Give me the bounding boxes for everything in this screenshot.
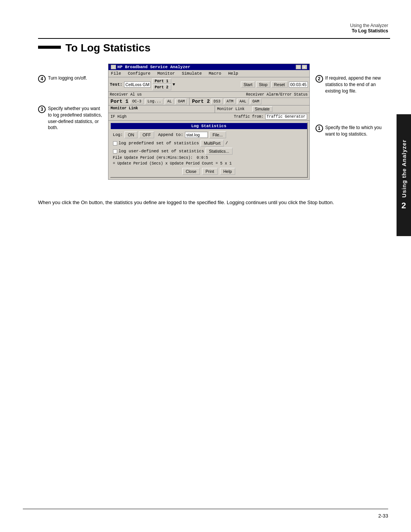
log-dialog-body: Log: ON OFF Append to: File... log prede… bbox=[111, 129, 307, 177]
print-button[interactable]: Print bbox=[202, 168, 218, 175]
log-on-button[interactable]: ON bbox=[124, 131, 138, 138]
main-content: To Log Statistics 4 Turn logging on/off.… bbox=[38, 38, 390, 207]
start-button[interactable]: Start bbox=[241, 81, 255, 88]
app-titlebar: - HP Broadband Service Analyzer □ × bbox=[108, 64, 309, 70]
port2-aal-tab[interactable]: AAL bbox=[237, 99, 249, 104]
file-update-label: File Update Period (Hrs:Mins:Secs): bbox=[113, 156, 193, 160]
callout-4-text: Turn logging on/off. bbox=[48, 75, 87, 81]
body-text-section: When you click the On button, the statis… bbox=[38, 199, 335, 207]
update-period-row: = Update Period (Secs) x Update Period C… bbox=[113, 161, 305, 166]
multiport-button[interactable]: MultiPort bbox=[201, 140, 224, 147]
title-accent-bar bbox=[38, 46, 61, 49]
traffic-label: Traffic from: bbox=[234, 115, 264, 119]
monitor-link-row: Monitor Link Monitor Link Simulate bbox=[108, 105, 309, 113]
stop-button[interactable]: Stop bbox=[256, 81, 270, 88]
callout-2-circle: 2 bbox=[315, 75, 323, 83]
traffic-row: IF High Traffic from: Traffic Generator bbox=[108, 113, 309, 121]
top-border bbox=[38, 38, 390, 39]
port2-oam-tab[interactable]: OAM bbox=[250, 99, 261, 104]
page-title: To Log Statistics bbox=[65, 42, 151, 54]
page-number: 2-33 bbox=[378, 513, 388, 519]
port2-ds3-tab[interactable]: DS3 bbox=[211, 99, 223, 104]
traffic-dropdown[interactable]: Traffic Generator bbox=[265, 114, 307, 120]
append-label: Append to: bbox=[158, 133, 183, 137]
port1-name: Port 1 bbox=[111, 99, 129, 104]
win-minimize-icon[interactable]: - bbox=[111, 65, 116, 69]
footer-line bbox=[23, 509, 388, 509]
win-close-btn[interactable]: × bbox=[302, 65, 307, 69]
user-defined-checkbox[interactable] bbox=[113, 149, 117, 153]
statistics-button[interactable]: Statistics... bbox=[206, 148, 233, 155]
us-label: us bbox=[137, 93, 142, 97]
right-callouts-column: 2 If required, append the new statistics… bbox=[310, 60, 390, 187]
receiver-label: Receiver Al bbox=[110, 93, 135, 97]
port-tabs-row: Port 1 OC-3 Log... AL OAM Port 2 DS3 ATM… bbox=[108, 98, 309, 105]
close-button[interactable]: Close bbox=[182, 168, 200, 175]
dialog-buttons-row: Close Print Help bbox=[113, 168, 305, 175]
file-button[interactable]: File... bbox=[209, 131, 226, 138]
port2-atm-tab[interactable]: ATM bbox=[224, 99, 236, 104]
port1-oc3-tab[interactable]: OC-3 bbox=[130, 99, 143, 104]
log-onoff-row: Log: ON OFF Append to: File... bbox=[113, 131, 305, 138]
menu-help[interactable]: Help bbox=[227, 71, 239, 76]
port-tabs: Port 1 Port 2 bbox=[152, 78, 171, 90]
win-restore-btn[interactable]: □ bbox=[296, 65, 301, 69]
port2-tabs-section: Port 2 DS3 ATM AAL OAM bbox=[190, 98, 264, 105]
toolbar-buttons: Start Stop Reset bbox=[241, 81, 308, 88]
file-update-row: File Update Period (Hrs:Mins:Secs): 0:0:… bbox=[113, 156, 305, 160]
app-title: HP Broadband Service Analyzer bbox=[118, 65, 190, 69]
port2-tab[interactable]: Port 2 bbox=[152, 85, 171, 90]
port1-tab[interactable]: Port 1 bbox=[152, 78, 171, 84]
slash-label: / bbox=[225, 141, 228, 145]
predefined-checkbox[interactable] bbox=[113, 141, 117, 145]
file-update-value: 0:0:5 bbox=[197, 156, 208, 160]
menu-configure[interactable]: Configure bbox=[127, 71, 151, 76]
app-screenshot: - HP Broadband Service Analyzer □ × File… bbox=[108, 64, 310, 180]
port1-log-btn[interactable]: Log... bbox=[145, 99, 163, 104]
test-input[interactable] bbox=[124, 81, 151, 88]
header-area: Using the Analyzer To Log Statistics bbox=[350, 23, 388, 34]
callout-1-text: Specify the file to which you want to lo… bbox=[325, 125, 390, 137]
callout-1-group: 1 Specify the file to which you want to … bbox=[315, 125, 390, 137]
menu-macro[interactable]: Macro bbox=[207, 71, 222, 76]
toolbar-arrow: ▼ bbox=[173, 82, 175, 87]
app-toolbar-row1: Test: Port 1 Port 2 ▼ Start Stop Reset bbox=[108, 77, 309, 92]
log-statistics-dialog: Log Statistics Log: ON OFF Append to: Fi… bbox=[110, 122, 308, 178]
menu-file[interactable]: File bbox=[110, 71, 122, 76]
port1-al-tab[interactable]: AL bbox=[165, 99, 174, 104]
callout-2-text: If required, append the new statistics t… bbox=[325, 75, 390, 94]
callout-4-circle: 4 bbox=[38, 75, 46, 83]
body-paragraph: When you click the On button, the statis… bbox=[38, 199, 335, 207]
port1-oam-tab[interactable]: OAM bbox=[175, 99, 187, 104]
callout-3-text: Specify whether you want to log predefin… bbox=[48, 105, 104, 131]
callout-3-circle: 3 bbox=[38, 105, 46, 113]
menu-simulate[interactable]: Simulate bbox=[181, 71, 203, 76]
win-controls: □ × bbox=[296, 65, 307, 69]
append-input[interactable] bbox=[185, 132, 208, 138]
monitor-link-right-label: Monitor Link bbox=[217, 107, 245, 111]
chapter-sidebar-tab: 2 Using the Analyzer bbox=[397, 114, 411, 236]
header-section-label: To Log Statistics bbox=[350, 28, 388, 34]
reset-button[interactable]: Reset bbox=[271, 81, 288, 88]
port1-tabs-section: Port 1 OC-3 Log... AL OAM bbox=[108, 98, 190, 105]
chapter-number: 2 bbox=[401, 201, 406, 211]
port2-name: Port 2 bbox=[192, 99, 210, 104]
log-label: Log: bbox=[113, 133, 123, 137]
log-off-button[interactable]: OFF bbox=[139, 131, 154, 138]
help-button[interactable]: Help bbox=[220, 168, 236, 175]
log-dialog-title: Log Statistics bbox=[111, 123, 307, 129]
header-using-label: Using the Analyzer bbox=[350, 23, 388, 28]
simulate-button[interactable]: Simulate bbox=[252, 106, 272, 112]
callout-1-circle: 1 bbox=[315, 125, 323, 132]
user-defined-label: log user-defined set of statistics bbox=[119, 149, 204, 153]
callout-3-group: 3 Specify whether you want to log predef… bbox=[38, 105, 104, 131]
app-menubar: File Configure Monitor Simulate Macro He… bbox=[108, 70, 309, 77]
left-callouts-column: 4 Turn logging on/off. 3 Specify whether… bbox=[38, 60, 108, 187]
menu-monitor[interactable]: Monitor bbox=[156, 71, 176, 76]
callout-4-group: 4 Turn logging on/off. bbox=[38, 75, 104, 83]
callout-2-group: 2 If required, append the new statistics… bbox=[315, 75, 390, 94]
test-label: Test: bbox=[110, 82, 123, 87]
if-high-label: IF High bbox=[111, 115, 127, 119]
chapter-label: Using the Analyzer bbox=[401, 140, 407, 198]
user-defined-stats-row: log user-defined set of statistics Stati… bbox=[113, 148, 305, 155]
